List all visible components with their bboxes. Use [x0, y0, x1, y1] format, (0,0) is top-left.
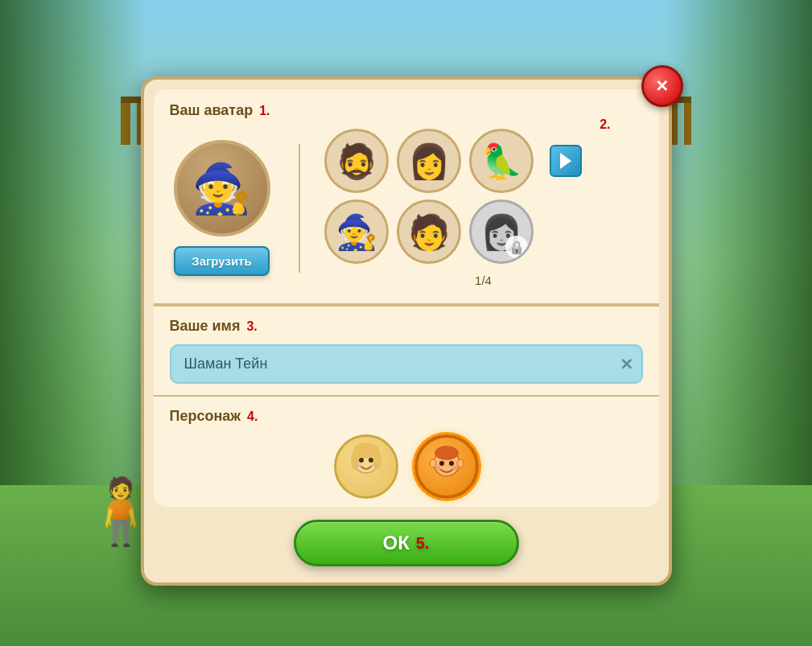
ok-label: ОК [382, 532, 409, 554]
avatar-option-man1[interactable]: 🧔 [324, 129, 389, 193]
avatar-divider [299, 144, 300, 273]
avatar-option-woman2-locked[interactable]: 👩 🔒 [469, 200, 534, 264]
avatar-row-2: 🧙 🧑 👩 🔒 [324, 200, 643, 264]
lock-icon: 🔒 [505, 236, 528, 258]
name-section: Ваше имя 3. ✕ [154, 305, 659, 397]
avatar-next-button[interactable] [550, 145, 582, 177]
clear-name-button[interactable]: ✕ [620, 355, 633, 374]
svg-point-12 [435, 467, 441, 471]
character-title-text: Персонаж [170, 408, 241, 425]
svg-point-14 [430, 459, 436, 467]
character-section: Персонаж 4. [154, 397, 659, 507]
avatar-section-title: Ваш аватар 1. [170, 102, 643, 119]
close-button[interactable] [641, 65, 683, 107]
avatar-content: 🧙 Загрузить 2. 🧔 👩 🦜 [170, 129, 643, 287]
name-number: 3. [246, 319, 257, 334]
male-character-icon [422, 442, 471, 491]
character-content [170, 434, 643, 499]
svg-point-13 [452, 467, 459, 471]
avatar-number: 1. [259, 104, 270, 118]
ok-button[interactable]: ОК 5. [294, 520, 519, 566]
character-section-title: Персонаж 4. [170, 408, 643, 425]
avatar-title-text: Ваш аватар [170, 102, 253, 119]
avatar-section: Ваш аватар 1. 🧙 Загрузить 2. [154, 89, 659, 305]
avatar-option-man2[interactable]: 🧙 [324, 200, 389, 264]
current-avatar: 🧙 [174, 140, 270, 237]
ok-section: ОК 5. [144, 520, 669, 566]
upload-button[interactable]: Загрузить [174, 246, 269, 276]
name-input-wrapper: ✕ [170, 344, 643, 384]
female-character-icon [342, 442, 390, 491]
svg-point-11 [449, 461, 454, 466]
name-section-title: Ваше имя 3. [170, 318, 643, 335]
page-indicator: 1/4 [324, 274, 643, 287]
avatar-grid-container: 2. 🧔 👩 🦜 🧙 🧑 👩 [324, 129, 643, 287]
svg-point-4 [359, 458, 364, 463]
svg-point-5 [369, 458, 373, 463]
avatar-row-1: 🧔 👩 🦜 [324, 129, 643, 193]
character-number: 4. [247, 409, 258, 424]
character-male-option[interactable] [414, 434, 479, 499]
avatar-grid: 🧔 👩 🦜 🧙 🧑 👩 🔒 [324, 129, 643, 287]
ok-number: 5. [416, 534, 430, 553]
svg-point-9 [435, 446, 459, 460]
profile-dialog: Ваш аватар 1. 🧙 Загрузить 2. [141, 76, 672, 586]
dialog-overlay: Ваш аватар 1. 🧙 Загрузить 2. [0, 0, 812, 646]
name-title-text: Ваше имя [170, 318, 241, 335]
svg-point-7 [371, 463, 377, 467]
svg-point-6 [355, 463, 361, 467]
svg-point-15 [457, 459, 464, 467]
name-input[interactable] [170, 344, 643, 384]
avatar-option-woman1[interactable]: 👩 [397, 129, 461, 193]
svg-point-10 [439, 461, 444, 466]
character-female-option[interactable] [334, 434, 398, 499]
avatar-option-bird[interactable]: 🦜 [469, 129, 534, 193]
avatar-left: 🧙 Загрузить [170, 140, 274, 276]
avatar-face: 🧙 [177, 143, 267, 233]
avatar-option-man3[interactable]: 🧑 [397, 200, 461, 264]
